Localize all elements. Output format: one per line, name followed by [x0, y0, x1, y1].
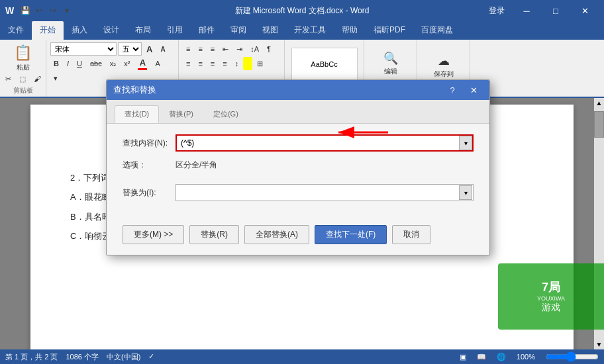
replace-all-button[interactable]: 全部替换(A): [244, 225, 309, 244]
replace-input-wrap: ▾: [176, 184, 474, 201]
replace-row: 替换为(I): ▾: [123, 184, 474, 201]
find-replace-dialog: 查找和替换 ? ✕ 查找(D) 替换(P) 定位(G) 查找内容(N):: [106, 79, 490, 255]
cancel-button[interactable]: 取消: [392, 225, 430, 244]
find-row: 查找内容(N): ▾: [123, 134, 474, 152]
option-label: 选项：: [123, 159, 176, 171]
tab-goto[interactable]: 定位(G): [203, 105, 248, 123]
dialog-help-button[interactable]: ?: [443, 83, 462, 97]
find-next-button[interactable]: 查找下一处(F): [315, 225, 387, 244]
dialog-tabs: 查找(D) 替换(P) 定位(G): [107, 100, 489, 124]
dialog-titlebar: 查找和替换 ? ✕: [107, 80, 489, 100]
dialog-overlay: 查找和替换 ? ✕ 查找(D) 替换(P) 定位(G) 查找内容(N):: [0, 0, 604, 364]
dialog-title-buttons: ? ✕: [443, 83, 483, 97]
replace-label: 替换为(I):: [123, 187, 176, 199]
find-label: 查找内容(N):: [123, 138, 176, 149]
find-input[interactable]: [176, 134, 474, 152]
more-button[interactable]: 更多(M) >>: [123, 225, 184, 244]
replace-button[interactable]: 替换(R): [189, 225, 239, 244]
tab-find[interactable]: 查找(D): [115, 105, 159, 123]
replace-dropdown-arrow[interactable]: ▾: [459, 185, 472, 200]
tab-replace[interactable]: 替换(P): [159, 105, 203, 123]
red-arrow-indicator: [332, 122, 391, 144]
dialog-body: 查找内容(N): ▾ 选项： 区分全/半角 替换为(I): ▾: [107, 124, 489, 220]
find-dropdown-arrow[interactable]: ▾: [459, 136, 472, 150]
options-row: 选项： 区分全/半角: [123, 159, 474, 171]
find-input-wrap: ▾: [176, 134, 474, 152]
option-value: 区分全/半角: [176, 159, 217, 171]
replace-input[interactable]: [176, 184, 474, 201]
dialog-close-button[interactable]: ✕: [464, 83, 483, 97]
dialog-footer: 更多(M) >> 替换(R) 全部替换(A) 查找下一处(F) 取消: [107, 220, 489, 255]
dialog-title: 查找和替换: [113, 84, 156, 96]
